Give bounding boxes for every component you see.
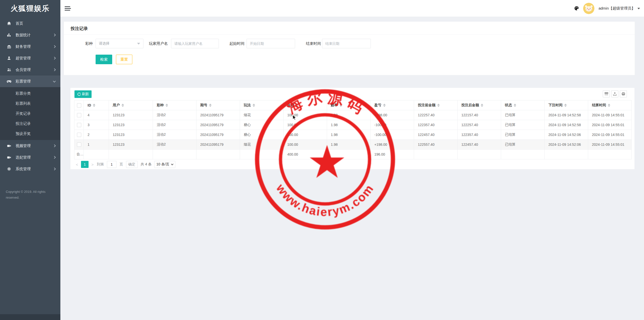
column-header-settle-time[interactable]: 结算时间 <box>588 100 632 110</box>
user-icon <box>7 56 12 61</box>
goto-page-input[interactable] <box>107 161 116 168</box>
status-badge: 已结算 <box>501 110 545 120</box>
table-header-row: ID 用户 彩种 期号 玩法 金额 赔率 盈亏 投注前金额 投注后金额 状态 下… <box>74 100 632 110</box>
submenu-item-draw-records[interactable]: 开奖记录 <box>0 109 60 119</box>
page-title: 投注记录 <box>71 26 88 31</box>
chevron-right-icon <box>53 144 56 147</box>
submenu-item-bet-records[interactable]: 投注记录 <box>0 119 60 129</box>
start-time-label: 起始时间 <box>222 39 245 48</box>
print-icon[interactable] <box>620 90 627 97</box>
submenu-item-lottery-category[interactable]: 彩票分类 <box>0 88 60 98</box>
lottery-type-select[interactable]: 请选择 <box>96 39 143 48</box>
user-menu[interactable]: admin【超级管理员】 <box>598 6 640 11</box>
confirm-page-button[interactable]: 确定 <box>126 161 138 168</box>
chevron-down-icon <box>53 80 56 82</box>
sidebar-item-members[interactable]: 会员管理 <box>0 64 60 76</box>
row-checkbox[interactable] <box>77 123 81 127</box>
users-icon <box>7 67 12 72</box>
column-header-amount[interactable]: 金额 <box>284 100 327 110</box>
sort-icon <box>166 104 168 107</box>
sidebar-item-statistics[interactable]: 数据统计 <box>0 29 60 41</box>
theme-palette-icon[interactable] <box>572 4 581 13</box>
sidebar-item-label: 视频管理 <box>16 144 53 148</box>
sidebar-item-concubine[interactable]: 选妃管理 <box>0 152 60 163</box>
column-header-issue[interactable]: 期号 <box>196 100 240 110</box>
status-badge: 已结算 <box>501 120 545 130</box>
total-count-label: 共 4 条 <box>141 162 152 167</box>
sidebar-item-label: 彩票管理 <box>16 79 53 84</box>
prev-page-button[interactable]: < <box>74 161 80 168</box>
chevron-right-icon <box>53 167 56 170</box>
menu-toggle-icon[interactable] <box>65 6 71 11</box>
lottery-type-label: 彩种 <box>74 39 93 48</box>
row-checkbox[interactable] <box>77 113 81 117</box>
column-header-after[interactable]: 投注后金额 <box>458 100 501 110</box>
user-avatar[interactable] <box>583 3 594 14</box>
chevron-right-icon <box>53 156 56 159</box>
sort-icon <box>608 104 610 107</box>
table-panel: 刷新 ID <box>70 88 635 169</box>
submenu-item-preset-draw[interactable]: 预设开奖 <box>0 129 60 139</box>
column-header-user[interactable]: 用户 <box>109 100 153 110</box>
next-page-button[interactable]: > <box>90 161 95 168</box>
sort-icon <box>253 104 255 107</box>
sidebar-footer-strip <box>0 314 60 320</box>
submenu-item-lottery-list[interactable]: 彩票列表 <box>0 98 60 109</box>
table-row: 2 123123 活动2 202411095179 糖心 100.00 1.98… <box>74 130 632 140</box>
column-header-bet-time[interactable]: 下注时间 <box>545 100 588 110</box>
status-badge: 已结算 <box>501 140 545 150</box>
summary-row: 合... 400.00 196.00 <box>74 150 632 159</box>
column-header-before[interactable]: 投注前金额 <box>414 100 458 110</box>
brand-logo: 火狐狸娱乐 <box>0 0 60 17</box>
current-page-button[interactable]: 1 <box>81 161 89 168</box>
chevron-right-icon <box>53 57 56 59</box>
column-header-id[interactable]: ID <box>84 100 109 110</box>
gamepad-icon <box>7 79 12 84</box>
page-unit-label: 页 <box>119 162 123 167</box>
column-header-odds[interactable]: 赔率 <box>327 100 371 110</box>
start-date-input[interactable] <box>247 39 295 48</box>
export-icon[interactable] <box>611 90 618 97</box>
sort-icon <box>437 104 440 107</box>
pagination: < 1 > 到第 页 确定 共 4 条 10 条/页 <box>74 159 175 170</box>
user-label: admin【超级管理员】 <box>598 6 635 11</box>
sidebar-item-system[interactable]: 系统管理 <box>0 163 60 175</box>
table-row: 1 123123 活动2 202411095179 烟花 100.00 1.98… <box>74 140 632 150</box>
player-name-input[interactable] <box>171 39 219 48</box>
bet-records-table: ID 用户 彩种 期号 玩法 金额 赔率 盈亏 投注前金额 投注后金额 状态 下… <box>74 100 632 159</box>
row-checkbox[interactable] <box>77 133 81 137</box>
sidebar-item-label: 会员管理 <box>16 67 53 72</box>
refresh-button[interactable]: 刷新 <box>74 90 92 98</box>
search-button[interactable]: 检索 <box>96 55 112 64</box>
sort-icon <box>296 104 299 107</box>
sort-icon <box>383 104 386 107</box>
refresh-icon <box>77 92 81 96</box>
sidebar-item-home[interactable]: 首页 <box>0 18 60 29</box>
page-size-select[interactable]: 10 条/页 <box>154 161 175 168</box>
sort-icon <box>93 104 95 107</box>
filter-columns-icon[interactable] <box>603 90 610 97</box>
sidebar-item-superadmin[interactable]: 超管管理 <box>0 52 60 64</box>
column-header-status[interactable]: 状态 <box>501 100 545 110</box>
gear-icon <box>7 166 12 171</box>
end-date-input[interactable] <box>322 39 371 48</box>
sidebar-item-finance[interactable]: 财务管理 <box>0 41 60 52</box>
column-header-profit[interactable]: 盈亏 <box>371 100 414 110</box>
sidebar-item-video[interactable]: 视频管理 <box>0 140 60 152</box>
sort-icon <box>481 104 483 107</box>
sort-icon <box>514 104 516 107</box>
goto-label: 到第 <box>97 162 104 167</box>
top-header: admin【超级管理员】 <box>60 0 644 17</box>
reset-button[interactable]: 重置 <box>116 55 132 64</box>
row-checkbox[interactable] <box>77 143 81 147</box>
column-header-lottery[interactable]: 彩种 <box>153 100 196 110</box>
sidebar-item-lottery[interactable]: 彩票管理 <box>0 76 60 87</box>
select-all-checkbox[interactable] <box>77 103 81 108</box>
column-header-play[interactable]: 玩法 <box>240 100 284 110</box>
home-icon <box>7 21 12 26</box>
sort-icon <box>340 104 342 107</box>
sidebar-item-label: 超管管理 <box>16 56 53 61</box>
select-caret-icon <box>171 163 173 165</box>
sort-icon <box>564 104 567 107</box>
bar-chart-icon <box>7 32 12 38</box>
